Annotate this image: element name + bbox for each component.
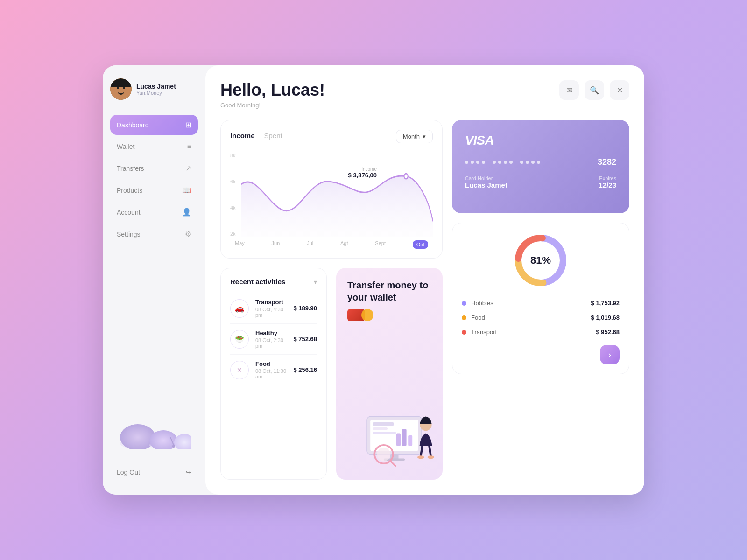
donut-percentage: 81% <box>530 254 551 266</box>
dot <box>498 161 501 164</box>
transport-icon: 🚗 <box>230 299 249 318</box>
x-label-oct[interactable]: Oct <box>413 240 428 249</box>
card-dots: 3282 <box>465 157 616 167</box>
nav-label-settings: Settings <box>117 231 141 238</box>
sidebar-item-account[interactable]: Account 👤 <box>110 202 198 222</box>
y-label-2k: 2k <box>230 231 236 237</box>
profile-info: Lucas Jamet Yan.Money <box>136 83 176 96</box>
dot-group-1 <box>465 161 485 164</box>
tab-income[interactable]: Income <box>230 132 255 141</box>
month-selector[interactable]: Month ▾ <box>396 130 433 143</box>
sidebar-item-wallet[interactable]: Wallet ≡ <box>110 137 198 156</box>
stat-hobbies: Hobbies $ 1,753.92 <box>462 296 620 310</box>
stat-dot-transport <box>462 330 466 335</box>
sidebar-profile: Lucas Jamet Yan.Money <box>110 78 198 100</box>
activities-title: Recent activities <box>230 278 285 286</box>
stat-value-food: $ 1,019.68 <box>591 314 620 321</box>
settings-icon: ⚙ <box>185 230 191 238</box>
activity-name-healthy: Healthy <box>255 329 287 336</box>
wallet-icon: ≡ <box>187 142 191 151</box>
month-label: Month <box>403 133 420 140</box>
profile-name: Lucas Jamet <box>136 83 176 90</box>
svg-point-5 <box>174 434 191 449</box>
svg-rect-12 <box>373 427 388 430</box>
food-icon: ✕ <box>230 361 249 379</box>
svg-point-7 <box>172 445 175 448</box>
stat-name-hobbies: Hobbies <box>471 300 586 307</box>
dot <box>537 161 540 164</box>
card-icon-yellow <box>361 309 374 321</box>
income-value: $ 3,876,00 <box>348 172 377 179</box>
svg-point-20 <box>377 448 391 461</box>
activity-transport: 🚗 Transport 08 Oct, 4:30 pm $ 189.90 <box>230 293 317 324</box>
sidebar-item-settings[interactable]: Settings ⚙ <box>110 224 198 244</box>
chevron-down-icon: ▾ <box>423 133 426 140</box>
bottom-row: Recent activities ▾ 🚗 Transport 08 Oct, … <box>220 268 443 480</box>
products-icon: 📖 <box>182 186 191 195</box>
stat-name-food: Food <box>471 314 586 321</box>
card-info: Card Holder Lucas Jamet Expires 12/23 <box>465 175 616 189</box>
activity-food: ✕ Food 08 Oct, 11:30 am $ 256.16 <box>230 355 317 385</box>
svg-line-21 <box>390 461 395 466</box>
sidebar-item-transfers[interactable]: Transfers ↗ <box>110 158 198 178</box>
dot <box>476 161 479 164</box>
transfer-title: Transfer money to your wallet <box>347 279 431 303</box>
chart-header: Income Spent Month ▾ <box>230 130 433 143</box>
transfer-section: Transfer money to your wallet <box>336 268 443 480</box>
search-button[interactable]: 🔍 <box>585 80 604 100</box>
x-label-sept: Sept <box>375 240 386 249</box>
activity-amount-food: $ 256.16 <box>293 366 317 373</box>
chart-tabs: Income Spent <box>230 132 282 141</box>
account-icon: 👤 <box>182 208 191 217</box>
nav-label-wallet: Wallet <box>117 143 134 150</box>
expires-label: Expires <box>599 175 616 181</box>
x-label-jul: Jul <box>307 240 313 249</box>
stat-transport: Transport $ 952.68 <box>462 325 620 339</box>
top-actions: ✉ 🔍 ✕ <box>559 80 629 100</box>
dot <box>526 161 529 164</box>
stat-name-transport: Transport <box>471 329 591 336</box>
chart-area: 8k 6k 4k 2k <box>230 153 433 237</box>
activity-healthy: 🥗 Healthy 08 Oct, 2:30 pm $ 752.68 <box>230 324 317 355</box>
activity-name-transport: Transport <box>255 299 287 306</box>
logout-icon: ↪ <box>186 469 191 476</box>
sidebar-illustration <box>110 407 198 454</box>
next-button[interactable]: › <box>600 345 620 364</box>
card-expires-section: Expires 12/23 <box>599 175 616 189</box>
stat-food: Food $ 1,019.68 <box>462 310 620 325</box>
activity-amount-healthy: $ 752.68 <box>293 336 317 343</box>
greeting-subtitle: Good Morning! <box>220 102 325 109</box>
stats-section: 81% Hobbies $ 1,753.92 Food $ 1,019.68 <box>452 223 629 374</box>
svg-rect-16 <box>408 435 412 446</box>
transfers-icon: ↗ <box>185 164 191 173</box>
y-label-8k: 8k <box>230 153 236 158</box>
dot-group-2 <box>493 161 513 164</box>
sidebar: Lucas Jamet Yan.Money Dashboard ⊞ Wallet… <box>103 65 205 495</box>
activity-amount-transport: $ 189.90 <box>293 305 317 312</box>
transfer-illustration <box>359 396 443 480</box>
logout-button[interactable]: Log Out ↪ <box>110 463 198 482</box>
chart-y-labels: 8k 6k 4k 2k <box>230 153 236 237</box>
chart-x-labels: May Jun Jul Agt Sept Oct <box>230 240 433 249</box>
profile-subtitle: Yan.Money <box>136 90 176 96</box>
main-container: Lucas Jamet Yan.Money Dashboard ⊞ Wallet… <box>103 65 644 495</box>
dot <box>482 161 485 164</box>
mail-button[interactable]: ✉ <box>559 80 579 100</box>
svg-point-26 <box>428 455 434 459</box>
tab-spent[interactable]: Spent <box>264 132 282 141</box>
avatar <box>110 78 132 100</box>
svg-point-8 <box>404 174 408 179</box>
activity-date-food: 08 Oct, 11:30 am <box>255 368 287 379</box>
close-button[interactable]: ✕ <box>610 80 629 100</box>
card-holder-name: Lucas Jamet <box>465 181 507 189</box>
svg-rect-11 <box>373 422 394 426</box>
nav-label-dashboard: Dashboard <box>117 121 149 129</box>
sidebar-item-products[interactable]: Products 📖 <box>110 180 198 200</box>
sidebar-item-dashboard[interactable]: Dashboard ⊞ <box>110 115 198 135</box>
donut-chart: 81% <box>513 232 569 288</box>
y-label-6k: 6k <box>230 179 236 184</box>
svg-rect-14 <box>396 434 401 446</box>
main-content: Hello, Lucas! Good Morning! ✉ 🔍 ✕ Income… <box>205 65 644 495</box>
activity-date-transport: 08 Oct, 4:30 pm <box>255 307 287 318</box>
stat-value-transport: $ 952.68 <box>596 329 620 336</box>
